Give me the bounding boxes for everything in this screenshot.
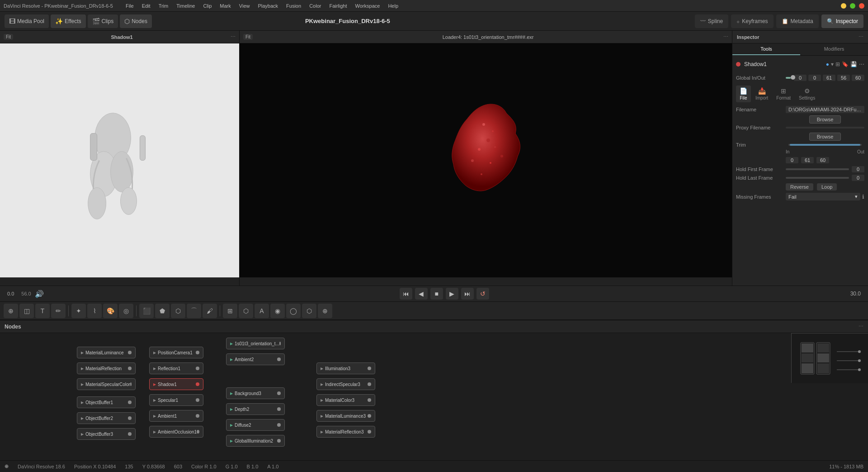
spline-button[interactable]: 〰 Spline — [695, 14, 728, 28]
tab-tools[interactable]: Tools — [732, 43, 800, 55]
trim-mid-value[interactable]: 61 — [801, 157, 814, 163]
tab-modifiers[interactable]: Modifiers — [800, 43, 868, 55]
filename-browse-button[interactable]: Browse — [809, 115, 841, 124]
node-AmbientOcclusion1[interactable]: ▶ AmbientOcclusion1 — [149, 426, 203, 438]
tool-particles[interactable]: ✦ — [71, 304, 86, 318]
menu-workspace[interactable]: Workspace — [352, 2, 384, 10]
node-Ambient1[interactable]: ▶ Ambient1 — [149, 410, 203, 422]
sub-tab-settings[interactable]: ⚙ Settings — [795, 86, 819, 102]
minimize-button[interactable] — [841, 3, 846, 9]
nodes-canvas[interactable]: ▶ MaterialLuminance ▶ MaterialReflection… — [0, 333, 868, 460]
tool-letter[interactable]: A — [255, 304, 269, 318]
right-viewer-fit[interactable]: Fit — [243, 34, 253, 40]
node-Shadow1[interactable]: ▶ Shadow1 — [149, 378, 203, 390]
node-Depth2[interactable]: ▶ Depth2 — [226, 403, 285, 415]
node-ObjectBuffer3[interactable]: ▶ ObjectBuffer3 — [77, 428, 136, 440]
play-backward-button[interactable]: ◀ — [415, 288, 428, 300]
node-GlobalIllumination2[interactable]: ▶ GlobalIllumination2 — [226, 435, 285, 447]
node-ObjectBuffer1[interactable]: ▶ ObjectBuffer1 — [77, 396, 136, 408]
menu-playback[interactable]: Playback — [254, 2, 282, 10]
reverse-button[interactable]: Reverse — [786, 183, 813, 191]
keyframes-button[interactable]: ⬦ Keyframes — [731, 14, 773, 28]
hold-last-frame-value[interactable]: 0 — [852, 175, 864, 181]
bookmark-icon[interactable]: 🔖 — [842, 61, 849, 67]
proxy-browse-button[interactable]: Browse — [809, 133, 841, 141]
media-pool-button[interactable]: 🎞 Media Pool — [5, 14, 49, 28]
tool-paint[interactable]: 🖌 — [203, 304, 217, 318]
tool-tracker[interactable]: ⊞ — [223, 304, 237, 318]
inspector-button[interactable]: 🔍 Inspector — [821, 14, 863, 28]
menu-mark[interactable]: Mark — [216, 2, 234, 10]
node-1s01t3[interactable]: ▶ 1s01t3_orientation_t... — [226, 338, 285, 349]
trim-slider[interactable] — [788, 144, 862, 146]
menu-view[interactable]: View — [236, 2, 254, 10]
node-Specular1[interactable]: ▶ Specular1 — [149, 394, 203, 406]
clips-button[interactable]: 🎬 Clips — [88, 14, 118, 28]
trim-in-value[interactable]: 0 — [786, 157, 798, 163]
tool-text[interactable]: T — [35, 304, 50, 318]
menu-trim[interactable]: Trim — [155, 2, 172, 10]
go-to-end-button[interactable]: ⏭ — [461, 288, 474, 300]
left-viewer-fit[interactable]: Fit — [4, 34, 13, 40]
trim-out-value[interactable]: 60 — [816, 157, 829, 163]
missing-frames-select[interactable]: Fail ▾ — [786, 193, 860, 200]
volume-icon[interactable]: 🔊 — [35, 290, 44, 298]
node-Reflection1[interactable]: ▶ Reflection1 — [149, 362, 203, 374]
tool-warp[interactable]: ⌇ — [87, 304, 102, 318]
node-MaterialSpecularColor[interactable]: ▶ MaterialSpecularColor — [77, 378, 136, 390]
tool-mask[interactable]: ◫ — [19, 304, 34, 318]
sub-tab-format[interactable]: ⊞ Format — [773, 86, 794, 102]
global-in-val2[interactable]: 0 — [808, 75, 821, 81]
more-icon[interactable]: ⋯ — [859, 61, 864, 67]
node-PositionCamera1[interactable]: ▶ PositionCamera1 — [149, 347, 203, 358]
global-in-val5[interactable]: 60 — [852, 75, 864, 81]
node-Diffuse2[interactable]: ▶ Diffuse2 — [226, 419, 285, 431]
node-Ambient2[interactable]: ▶ Ambient2 — [226, 353, 285, 365]
global-inout-slider[interactable] — [786, 77, 791, 79]
tool-vr[interactable]: ⬡ — [302, 304, 316, 318]
node-IndirectSpecular3[interactable]: ▶ IndirectSpecular3 — [316, 378, 375, 390]
maximize-button[interactable] — [850, 3, 855, 9]
loop-button[interactable]: Loop — [817, 183, 837, 191]
tool-deep[interactable]: ◉ — [270, 304, 285, 318]
menu-edit[interactable]: Edit — [138, 2, 154, 10]
metadata-button[interactable]: 📋 Metadata — [776, 14, 819, 28]
tool-shape3[interactable]: ⬡ — [171, 304, 185, 318]
tool-3d[interactable]: ⬡ — [239, 304, 253, 318]
node-MaterialReflection3[interactable]: ▶ MaterialReflection3 — [316, 426, 375, 438]
hold-last-frame-slider[interactable] — [786, 177, 849, 179]
loop-button[interactable]: ↺ — [476, 288, 489, 300]
tool-oculus[interactable]: ◯ — [286, 304, 301, 318]
node-MaterialLuminance[interactable]: ▶ MaterialLuminance — [77, 347, 136, 358]
global-in-val1[interactable]: 0 — [794, 75, 807, 81]
global-in-val4[interactable]: 56 — [837, 75, 850, 81]
global-in-val3[interactable]: 61 — [823, 75, 835, 81]
sub-tab-file[interactable]: 📄 File — [736, 86, 751, 102]
nodes-menu[interactable]: ⋯ — [859, 324, 863, 329]
hold-first-frame-value[interactable]: 0 — [852, 166, 864, 172]
tool-bezier[interactable]: ⌒ — [187, 304, 201, 318]
nodes-button[interactable]: ⬡ Nodes — [120, 14, 152, 28]
tool-color[interactable]: 🎨 — [103, 304, 118, 318]
menu-fairlight[interactable]: Fairlight — [326, 2, 350, 10]
tool-shape1[interactable]: ⬛ — [139, 304, 154, 318]
node-MaterialReflection[interactable]: ▶ MaterialReflection — [77, 362, 136, 374]
hold-first-frame-slider[interactable] — [786, 168, 849, 170]
menu-color[interactable]: Color — [306, 2, 325, 10]
close-button[interactable] — [859, 3, 864, 9]
menu-help[interactable]: Help — [384, 2, 402, 10]
effects-button[interactable]: ✨ Effects — [51, 14, 85, 28]
go-to-start-button[interactable]: ⏮ — [400, 288, 412, 300]
left-viewer-menu[interactable]: ⋯ — [231, 34, 236, 40]
left-viewer-canvas[interactable] — [0, 43, 239, 277]
right-viewer-menu[interactable]: ⋯ — [723, 34, 728, 40]
stop-button[interactable]: ■ — [430, 288, 443, 300]
node-ObjectBuffer2[interactable]: ▶ ObjectBuffer2 — [77, 412, 136, 424]
tool-blur[interactable]: ◎ — [119, 304, 133, 318]
menu-fusion[interactable]: Fusion — [283, 2, 305, 10]
color-dot-icon[interactable]: ● — [826, 61, 829, 67]
node-MaterialColor3[interactable]: ▶ MaterialColor3 — [316, 394, 375, 406]
sub-tab-import[interactable]: 📥 Import — [752, 86, 772, 102]
node-MaterialLuminance3[interactable]: ▶ MaterialLuminance3 — [316, 410, 375, 422]
node-Background3[interactable]: ▶ Background3 — [226, 387, 285, 399]
